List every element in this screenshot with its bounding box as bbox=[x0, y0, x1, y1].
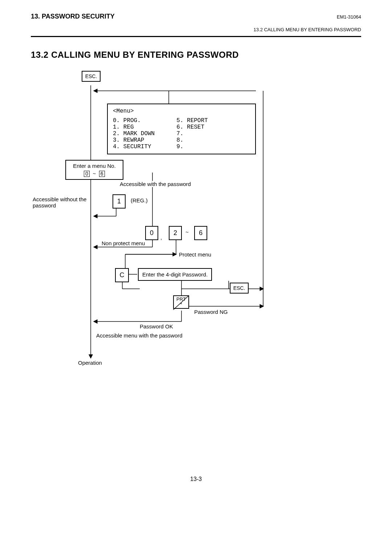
prt-key: PRT * bbox=[173, 295, 189, 309]
reg-label: (REG.) bbox=[131, 197, 148, 203]
subsection-header: 13.2 CALLING MENU BY ENTERING PASSWORD bbox=[31, 27, 361, 32]
doc-id: EM1-31064 bbox=[337, 14, 361, 20]
menu-right-col: 5. REPORT 6. RESET 7. 8. 9. bbox=[176, 117, 208, 150]
enter-menu-no-box: Enter a menu No. 0 ~ 6 bbox=[65, 160, 123, 180]
operation-label: Operation bbox=[78, 360, 102, 366]
chapter-title: 13. PASSWORD SECURITY bbox=[31, 13, 115, 20]
esc-key-right: ESC. bbox=[230, 283, 249, 294]
menu-panel-title: <Menu> bbox=[113, 108, 250, 114]
zero-key: 0 bbox=[145, 226, 158, 240]
reg-key: 1 bbox=[113, 194, 126, 209]
flow-diagram: ESC. <Menu> 0. PROG. 1. REG 2. MARK DOWN… bbox=[31, 71, 361, 372]
accessible-without-pw-label: Accessible without the password bbox=[33, 196, 89, 209]
non-protect-label: Non protect menu bbox=[102, 240, 145, 246]
esc-key-top: ESC. bbox=[82, 71, 101, 82]
protect-menu-label: Protect menu bbox=[179, 251, 211, 258]
c-key: C bbox=[115, 268, 129, 282]
menu-panel: <Menu> 0. PROG. 1. REG 2. MARK DOWN 3. R… bbox=[107, 104, 256, 154]
two-key: 2 bbox=[169, 226, 182, 240]
enter-menu-no-label: Enter a menu No. bbox=[69, 163, 120, 169]
accessible-with-pw-label: Accessible with the password bbox=[120, 181, 191, 187]
header-rule bbox=[31, 36, 361, 37]
range-sep: ~ bbox=[91, 170, 98, 177]
range-lo-key: 0 bbox=[84, 171, 90, 177]
password-ng-label: Password NG bbox=[194, 309, 228, 315]
enter-password-box: Enter the 4-digit Password. bbox=[138, 268, 212, 281]
range-hi-key: 6 bbox=[99, 171, 105, 177]
tilde-label: ~ bbox=[185, 229, 189, 235]
menu-left-col: 0. PROG. 1. REG 2. MARK DOWN 3. REWRAP 4… bbox=[113, 117, 155, 150]
accessible-menu-pw-label: Accessible menu with the password bbox=[96, 332, 183, 339]
section-title: 13.2 CALLING MENU BY ENTERING PASSWORD bbox=[31, 50, 361, 60]
six-key: 6 bbox=[194, 226, 207, 240]
password-ok-label: Password OK bbox=[140, 323, 173, 329]
comma-label: , bbox=[160, 234, 162, 240]
page-number: 13-3 bbox=[0, 476, 392, 482]
